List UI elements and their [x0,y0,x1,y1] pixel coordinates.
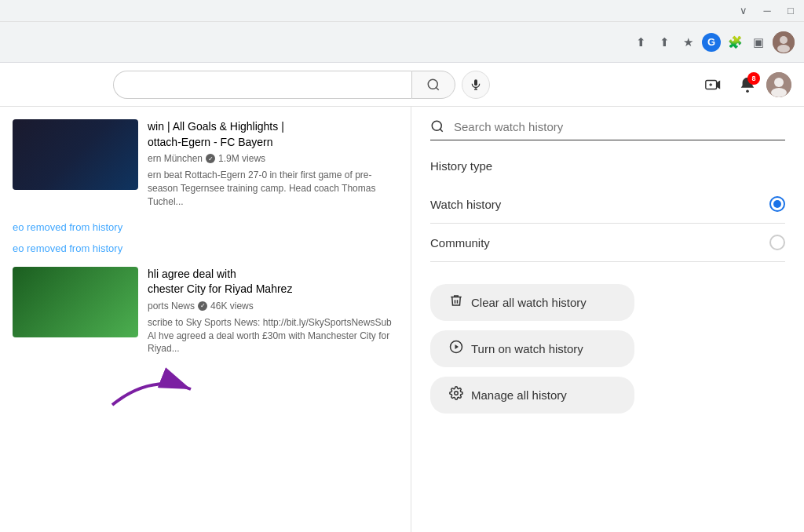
arrow-container [104,366,199,416]
action-buttons: Clear all watch history Turn on watch hi… [430,284,785,414]
history-type-label: History type [430,159,785,173]
svg-line-4 [436,87,438,89]
gear-icon [449,386,463,404]
clear-all-watch-history-button[interactable]: Clear all watch history [430,284,634,321]
svg-point-1 [780,36,788,44]
split-view-icon[interactable]: ▣ [749,33,768,52]
video-description-1: ern beat Rottach-Egern 27-0 in their fir… [148,169,398,208]
maximize-btn[interactable]: □ [784,4,798,18]
video-title-2: hli agree deal with chester City for Riy… [148,267,398,297]
share-icon[interactable]: ⬆ [655,33,674,52]
user-avatar[interactable] [766,72,791,97]
radio-selected-indicator [773,200,781,208]
notification-badge: 8 [747,72,760,85]
google-account-icon[interactable]: G [702,33,721,52]
browser-profile-avatar[interactable] [773,31,795,53]
title-bar: ∨ ─ □ [0,0,804,22]
video-info-1: win | All Goals & Highlights | ottach-Eg… [148,119,398,209]
community-radio[interactable] [769,235,785,250]
svg-marker-9 [717,80,721,89]
video-thumbnail-2[interactable] [13,267,138,337]
removed-from-history-1[interactable]: eo removed from history [13,221,398,233]
video-card-2: hli agree deal with chester City for Riy… [13,267,398,356]
svg-point-14 [774,78,784,87]
community-label: Community [430,236,490,250]
youtube-header: 8 [0,63,804,107]
left-panel: win | All Goals & Highlights | ottach-Eg… [0,107,411,532]
watch-history-option[interactable]: Watch history [430,185,785,224]
svg-point-2 [777,45,790,53]
search-button[interactable] [411,71,455,99]
svg-point-12 [746,89,749,93]
search-watch-history-input[interactable] [454,120,785,133]
mic-button[interactable] [462,71,490,99]
manage-all-history-button[interactable]: Manage all history [430,377,634,414]
minimize-btn[interactable]: ─ [760,4,774,18]
svg-marker-20 [455,344,459,349]
removed-from-history-2[interactable]: eo removed from history [13,242,398,254]
video-card-1: win | All Goals & Highlights | ottach-Eg… [13,119,398,209]
svg-point-21 [455,392,459,395]
video-channel-2: ports News ✓ 46K views [148,301,398,312]
turn-on-label: Turn on watch history [471,342,583,355]
community-option[interactable]: Community [430,224,785,262]
verified-icon-2: ✓ [198,301,207,311]
watch-history-label: Watch history [430,198,501,211]
manage-label: Manage all history [471,388,567,402]
browser-chrome: ⬆ ⬆ ★ G 🧩 ▣ [0,22,804,63]
main-content: win | All Goals & Highlights | ottach-Eg… [0,107,804,532]
video-info-2: hli agree deal with chester City for Riy… [148,267,398,356]
purple-arrow-icon [104,366,199,413]
turn-on-watch-history-button[interactable]: Turn on watch history [430,330,634,367]
watch-history-radio[interactable] [769,196,785,212]
svg-point-15 [771,88,787,97]
create-video-button[interactable] [697,69,729,100]
header-right: 8 [697,69,791,100]
screen-share-icon[interactable]: ⬆ [631,33,650,52]
svg-line-18 [440,129,442,131]
search-watch-history-wrap [430,119,785,140]
search-history-icon [430,119,444,133]
video-channel-1: ern München ✓ 1.9M views [148,153,398,164]
verified-icon-1: ✓ [206,154,215,163]
svg-point-3 [428,79,437,89]
video-title-1: win | All Goals & Highlights | ottach-Eg… [148,119,398,150]
chevron-down-btn[interactable]: ∨ [736,4,751,18]
video-description-2: scribe to Sky Sports News: http://bit.ly… [148,316,398,355]
mic-icon [470,78,482,91]
svg-rect-5 [474,79,477,86]
notifications-button[interactable]: 8 [732,69,763,100]
search-bar-container [113,71,490,99]
bookmark-icon[interactable]: ★ [678,33,697,52]
extensions-icon[interactable]: 🧩 [725,33,744,52]
trash-icon [449,293,463,312]
create-icon [704,76,722,93]
svg-point-17 [432,121,441,130]
clear-all-label: Clear all watch history [471,296,587,309]
search-icon [426,78,440,92]
play-circle-icon [449,340,463,358]
search-input-wrap [113,71,411,99]
right-panel: History type Watch history Community [411,107,804,532]
video-thumbnail-1[interactable] [13,119,138,190]
search-input[interactable] [123,78,402,91]
